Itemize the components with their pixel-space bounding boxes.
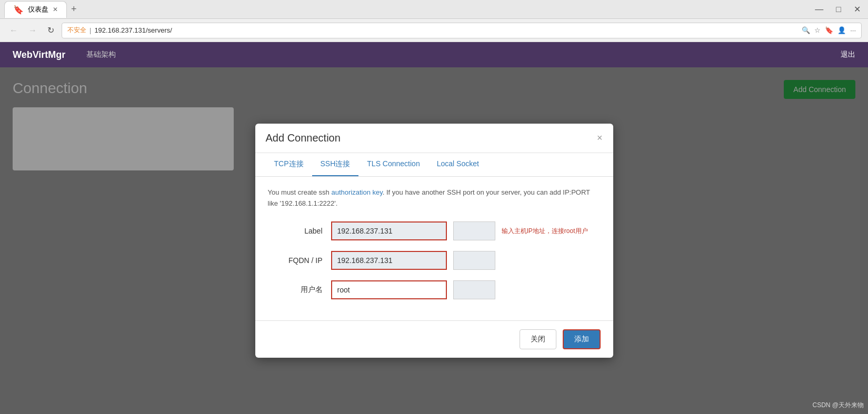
star-icon[interactable]: ☆ xyxy=(814,26,821,34)
app-header: WebVirtMgr 基础架构 退出 xyxy=(0,42,868,67)
username-extra-field xyxy=(453,280,495,299)
title-bar: 🔖 仪表盘 ✕ + — □ ✕ xyxy=(0,0,868,19)
label-field-label: Label xyxy=(268,227,331,235)
username-input[interactable] xyxy=(331,280,447,299)
tab-title: 仪表盘 xyxy=(28,5,48,14)
back-btn[interactable]: ← xyxy=(6,24,21,37)
security-warning: 不安全 xyxy=(67,26,86,35)
forward-btn[interactable]: → xyxy=(25,24,40,37)
username-form-row: 用户名 xyxy=(268,280,601,299)
url-text: 192.168.237.131/servers/ xyxy=(94,26,172,34)
label-extra-field xyxy=(453,221,495,240)
address-bar-icons: 🔍 ☆ 🔖 👤 ··· xyxy=(802,26,856,34)
cancel-button[interactable]: 关闭 xyxy=(520,329,556,349)
menu-icon[interactable]: ··· xyxy=(850,26,856,34)
fqdn-form-row: FQDN / IP xyxy=(268,251,601,270)
tab-tcp[interactable]: TCP连接 xyxy=(266,153,312,176)
refresh-btn[interactable]: ↻ xyxy=(44,23,57,37)
info-paragraph: You must create ssh authorization key. I… xyxy=(268,187,601,209)
modal-tabs: TCP连接 SSH连接 TLS Connection Local Socket xyxy=(255,153,613,177)
fqdn-extra-field xyxy=(453,251,495,270)
address-bar: ← → ↻ 不安全 | 192.168.237.131/servers/ 🔍 ☆… xyxy=(0,19,868,42)
close-btn[interactable]: ✕ xyxy=(851,3,864,15)
label-input[interactable] xyxy=(331,221,447,240)
maximize-btn[interactable]: □ xyxy=(833,4,844,15)
url-separator: | xyxy=(89,26,91,34)
nav-item-infrastructure[interactable]: 基础架构 xyxy=(86,50,116,59)
authorization-key-link[interactable]: authorization key xyxy=(331,188,382,196)
search-icon: 🔍 xyxy=(802,26,810,34)
modal-overlay: Add Connection × TCP连接 SSH连接 TLS Connect… xyxy=(0,67,868,414)
profile-icon[interactable]: 👤 xyxy=(837,26,846,34)
username-field-label: 用户名 xyxy=(268,285,331,295)
modal-close-btn[interactable]: × xyxy=(597,133,603,144)
page-content: Connection Add Connection Add Connection… xyxy=(0,67,868,414)
label-hint-text: 输入主机IP地址，连接root用户 xyxy=(502,227,588,236)
browser-tab[interactable]: 🔖 仪表盘 ✕ xyxy=(4,1,67,18)
modal-footer: 关闭 添加 xyxy=(255,320,613,358)
new-tab-btn[interactable]: + xyxy=(71,4,77,15)
label-form-row: Label 输入主机IP地址，连接root用户 xyxy=(268,221,601,240)
minimize-btn[interactable]: — xyxy=(812,4,826,15)
modal-header: Add Connection × xyxy=(255,124,613,153)
fqdn-field-label: FQDN / IP xyxy=(268,256,331,265)
add-connection-modal: Add Connection × TCP连接 SSH连接 TLS Connect… xyxy=(255,124,613,358)
bookmark-icon[interactable]: 🔖 xyxy=(825,26,833,34)
window-controls: — □ ✕ xyxy=(812,3,864,15)
submit-button[interactable]: 添加 xyxy=(563,329,601,349)
tab-favicon: 🔖 xyxy=(13,5,24,15)
url-bar[interactable]: 不安全 | 192.168.237.131/servers/ 🔍 ☆ 🔖 👤 ·… xyxy=(62,23,862,38)
watermark: CSDN @天外来物 xyxy=(812,401,864,410)
tab-close-btn[interactable]: ✕ xyxy=(53,6,58,13)
fqdn-input[interactable] xyxy=(331,251,447,270)
modal-body: You must create ssh authorization key. I… xyxy=(255,177,613,321)
info-text-before-link: You must create ssh xyxy=(268,188,332,196)
app-content: WebVirtMgr 基础架构 退出 Connection Add Connec… xyxy=(0,42,868,414)
tab-ssh[interactable]: SSH连接 xyxy=(312,153,359,176)
logout-button[interactable]: 退出 xyxy=(841,50,855,59)
tab-tls[interactable]: TLS Connection xyxy=(358,153,428,176)
tab-local-socket[interactable]: Local Socket xyxy=(428,153,487,176)
app-brand: WebVirtMgr xyxy=(13,49,65,60)
modal-title: Add Connection xyxy=(266,132,341,144)
